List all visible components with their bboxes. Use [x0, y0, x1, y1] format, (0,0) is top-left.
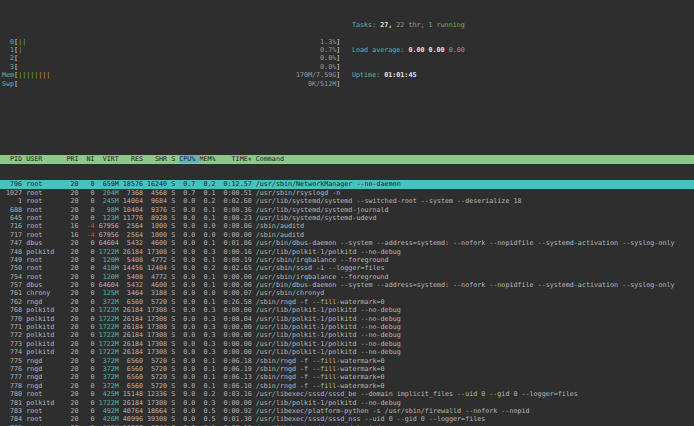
- cell-user: polkitd: [26, 306, 66, 314]
- cell-shr: 5720: [147, 357, 171, 365]
- process-row-688[interactable]: 688 root 20 0 98M 10404 9376 S 0.0 0.1 0…: [0, 206, 694, 214]
- cell-virt: 1722M: [99, 306, 123, 314]
- cell-command: /usr/lib/polkit-1/polkitd --no-debug: [256, 315, 401, 323]
- process-row-770[interactable]: 770 polkitd 20 0 1722M 26184 17308 S 0.0…: [0, 315, 694, 323]
- cell-virt: 1722M: [99, 248, 123, 256]
- cpu1-meter-value: 0.7%: [320, 46, 336, 54]
- cell-shr: 17308: [147, 331, 171, 339]
- cpu0-meter-bar-0: ||: [18, 38, 26, 46]
- process-row-716[interactable]: 716 root 16 -4 67956 2564 1000 S 0.0 0.0…: [0, 222, 694, 230]
- process-row-761[interactable]: 761 chrony 20 0 125M 3464 3188 S 0.0 0.0…: [0, 289, 694, 297]
- cell-time: 0:00.19: [220, 256, 256, 264]
- meter-open-bracket: [: [14, 54, 18, 62]
- cell-pri: 20: [66, 281, 82, 289]
- cpu1-meter-bar-0: |: [18, 46, 22, 54]
- load-15m: 0.00: [449, 46, 465, 54]
- process-row-747[interactable]: 747 dbus 20 0 64604 5432 4600 S 0.0 0.1 …: [0, 239, 694, 247]
- cell-ni: 0: [83, 390, 99, 398]
- cell-command: /usr/lib/polkit-1/polkitd --no-debug: [256, 306, 401, 314]
- cell-pid: 1027: [2, 189, 26, 197]
- cell-command: /usr/sbin/NetworkManager --no-daemon: [256, 180, 401, 188]
- column-header-command[interactable]: Command: [256, 155, 284, 163]
- process-row-778[interactable]: 778 rngd 20 0 372M 6560 5720 S 0.0 0.1 0…: [0, 382, 694, 390]
- cell-pid: 770: [2, 315, 26, 323]
- cell-command: /sbin/auditd: [256, 222, 304, 230]
- column-header-cpu[interactable]: CPU%: [179, 155, 199, 163]
- cell-time: 0:02.65: [220, 264, 256, 272]
- process-row-757[interactable]: 757 dbus 20 0 64604 5432 4600 S 0.0 0.1 …: [0, 281, 694, 289]
- column-header-res[interactable]: RES: [123, 155, 147, 163]
- column-header-ni[interactable]: NI: [83, 155, 99, 163]
- cell-user: root: [26, 206, 66, 214]
- cell-shr: 4772: [147, 256, 171, 264]
- process-row-748[interactable]: 748 polkitd 20 0 1722M 26184 17308 S 0.0…: [0, 248, 694, 256]
- cell-pid: 688: [2, 206, 26, 214]
- process-row-772[interactable]: 772 polkitd 20 0 1722M 26184 17308 S 0.0…: [0, 331, 694, 339]
- column-header-virt[interactable]: VIRT: [99, 155, 123, 163]
- tasks-label: Tasks:: [352, 21, 380, 29]
- cell-ni: 0: [83, 331, 99, 339]
- process-row-776[interactable]: 776 rngd 20 0 372M 6560 5720 S 0.0 0.1 0…: [0, 365, 694, 373]
- cell-virt: 1722M: [99, 399, 123, 407]
- cell-pri: 20: [66, 189, 82, 197]
- process-row-645[interactable]: 645 root 20 0 123M 11776 8928 S 0.0 0.1 …: [0, 214, 694, 222]
- cell-cpu: 0.0: [179, 348, 199, 356]
- cell-virt: 120M: [99, 256, 123, 264]
- cell-ni: 0: [83, 407, 99, 415]
- process-row-780[interactable]: 780 root 20 0 425M 15148 12336 S 0.0 0.2…: [0, 390, 694, 398]
- cell-shr: 4600: [147, 239, 171, 247]
- column-header-shr[interactable]: SHR: [147, 155, 171, 163]
- process-row-773[interactable]: 773 polkitd 20 0 1722M 26184 17308 S 0.0…: [0, 340, 694, 348]
- cell-virt: 372M: [99, 298, 123, 306]
- cell-time: 0:01.30: [220, 415, 256, 423]
- cell-cpu: 0.0: [179, 399, 199, 407]
- process-row-768[interactable]: 768 polkitd 20 0 1722M 26184 17308 S 0.0…: [0, 306, 694, 314]
- cell-time: 0:02.60: [220, 197, 256, 205]
- column-header-pri[interactable]: PRI: [66, 155, 82, 163]
- cell-user: rngd: [26, 382, 66, 390]
- process-row-796[interactable]: 796 root 20 0 659M 18576 16240 S 0.7 0.2…: [0, 180, 694, 188]
- process-row-775[interactable]: 775 rngd 20 0 372M 6560 5720 S 0.0 0.1 0…: [0, 357, 694, 365]
- process-row-781[interactable]: 781 polkitd 20 0 1722M 26184 17308 S 0.0…: [0, 399, 694, 407]
- process-row-750[interactable]: 750 root 20 0 410M 14456 12404 S 0.0 0.2…: [0, 264, 694, 272]
- process-row-754[interactable]: 754 root 20 0 120M 5408 4772 S 0.0 0.1 0…: [0, 273, 694, 281]
- cell-mem: 0.1: [199, 365, 219, 373]
- cell-command: /usr/lib/polkit-1/polkitd --no-debug: [256, 340, 401, 348]
- column-header-pid[interactable]: PID: [2, 155, 26, 163]
- process-row-762[interactable]: 762 rngd 20 0 372M 6560 5720 S 0.0 0.1 0…: [0, 298, 694, 306]
- column-header-user[interactable]: USER: [26, 155, 66, 163]
- cell-command: /usr/libexec/platform-python -s /usr/sbi…: [256, 407, 530, 415]
- process-row-717[interactable]: 717 root 16 -4 67956 2564 1000 S 0.0 0.0…: [0, 231, 694, 239]
- cell-res: 5432: [123, 239, 147, 247]
- cell-command: /usr/sbin/rsyslogd -n: [256, 189, 341, 197]
- swap-meter: Swp[ 0K/512M]: [2, 80, 694, 88]
- cell-ni: 0: [83, 248, 99, 256]
- cell-ni: 0: [83, 306, 99, 314]
- process-row-1027[interactable]: 1027 root 20 0 204M 7368 4568 S 0.7 0.1 …: [0, 189, 694, 197]
- process-row-771[interactable]: 771 polkitd 20 0 1722M 26184 17308 S 0.0…: [0, 323, 694, 331]
- cell-time: 0:00.00: [220, 348, 256, 356]
- cell-shr: 39308: [147, 415, 171, 423]
- column-header-time[interactable]: TIME+: [220, 155, 256, 163]
- cell-res: 26184: [123, 315, 147, 323]
- column-header-mem[interactable]: MEM%: [199, 155, 219, 163]
- process-row-783[interactable]: 783 root 20 0 492M 40764 18664 S 0.0 0.5…: [0, 407, 694, 415]
- cell-pri: 20: [66, 298, 82, 306]
- cell-pri: 20: [66, 415, 82, 423]
- cell-cpu: 0.0: [179, 273, 199, 281]
- memory-meter-label: Mem: [2, 71, 14, 79]
- cell-pri: 20: [66, 399, 82, 407]
- process-row-777[interactable]: 777 rngd 20 0 372M 6560 5720 S 0.0 0.1 0…: [0, 373, 694, 381]
- cell-pri: 20: [66, 306, 82, 314]
- cell-user: chrony: [26, 289, 66, 297]
- process-row-749[interactable]: 749 root 20 0 120M 5408 4772 S 0.0 0.1 0…: [0, 256, 694, 264]
- process-row-1[interactable]: 1 root 20 0 245M 14064 9684 S 0.0 0.2 0:…: [0, 197, 694, 205]
- cell-mem: 0.3: [199, 340, 219, 348]
- cell-shr: 9684: [147, 197, 171, 205]
- cell-shr: 17308: [147, 323, 171, 331]
- cell-time: 0:06.19: [220, 365, 256, 373]
- cell-ni: 0: [83, 239, 99, 247]
- process-row-774[interactable]: 774 polkitd 20 0 1722M 26184 17308 S 0.0…: [0, 348, 694, 356]
- memory-meter-bar-0: |||||: [18, 71, 38, 79]
- process-row-784[interactable]: 784 root 20 0 426M 40996 39308 S 0.0 0.5…: [0, 415, 694, 423]
